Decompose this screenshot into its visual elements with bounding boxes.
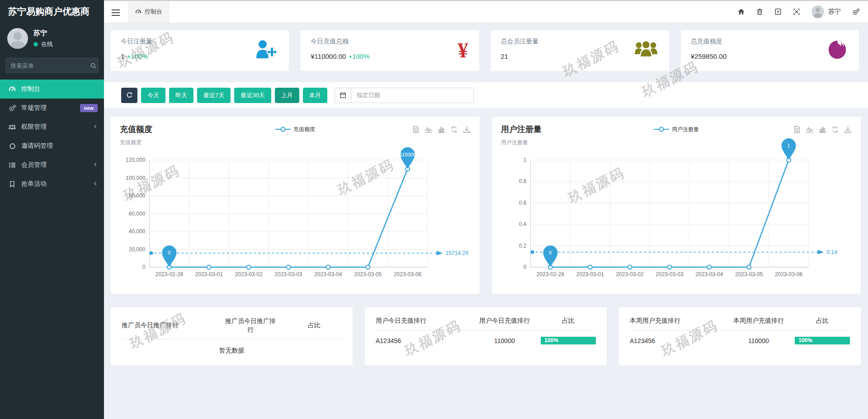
search-icon[interactable] <box>90 62 97 69</box>
sidebar-item-invite-codes[interactable]: 邀请码管理 <box>0 137 104 155</box>
column-header: 用户今日充值排行 <box>376 311 468 330</box>
online-dot-icon <box>33 42 38 47</box>
dashboard-icon <box>135 9 142 15</box>
legend-item[interactable]: 用户注册量 <box>654 126 699 133</box>
topbar-username: 苏宁 <box>828 8 841 16</box>
table-row: A123456 110000 100% <box>630 330 850 347</box>
svg-text:0: 0 <box>142 264 146 270</box>
y-axis-name: 充值额度 <box>120 139 471 146</box>
stat-card-registrations-today: 今日注册量 1+100% <box>111 30 289 71</box>
filter-yesterday-button[interactable]: 昨天 <box>169 88 193 103</box>
sidebar-item-permissions[interactable]: 权限管理 <box>0 118 104 137</box>
line-chart-icon[interactable] <box>425 126 433 133</box>
users-group-icon <box>634 40 658 61</box>
svg-text:2023-03-05: 2023-03-05 <box>735 271 763 278</box>
bar-chart-icon[interactable] <box>438 126 445 133</box>
refresh-icon[interactable] <box>831 126 839 133</box>
sidebar-user-panel: 苏宁 在线 <box>0 23 104 55</box>
svg-text:0: 0 <box>549 250 552 255</box>
svg-text:A: A <box>777 9 779 14</box>
stat-value: ¥110000.00 <box>311 52 346 60</box>
sidebar-menu: 控制台 常规管理 new 权限管理 邀请码管理 <box>0 80 104 193</box>
sidebar-item-general[interactable]: 常规管理 new <box>0 99 104 118</box>
brand-title: 苏宁易购商户优惠商 <box>0 0 104 23</box>
registrations-line-chart[interactable]: 00.20.40.60.812023-02-282023-03-012023-0… <box>501 147 852 283</box>
svg-text:0.4: 0.4 <box>519 221 527 227</box>
row-percent: 100% <box>541 330 596 347</box>
row-value: 110000 <box>468 330 541 347</box>
bookmark-icon <box>8 181 16 188</box>
download-icon[interactable] <box>463 126 471 133</box>
circle-icon <box>8 143 16 150</box>
refresh-button[interactable] <box>121 88 137 103</box>
svg-text:20,000: 20,000 <box>129 246 146 253</box>
svg-text:2023-03-06: 2023-03-06 <box>394 271 422 278</box>
sidebar-item-label: 邀请码管理 <box>21 142 53 150</box>
filter-this-month-button[interactable]: 本月 <box>303 88 327 103</box>
sidebar-item-dashboard[interactable]: 控制台 <box>0 80 104 99</box>
stat-label: 今日充值总额 <box>311 38 469 46</box>
tab-dashboard[interactable]: 控制台 <box>128 1 170 23</box>
svg-text:0.2: 0.2 <box>519 243 527 249</box>
line-chart-icon[interactable] <box>806 126 814 133</box>
fullscreen-icon[interactable] <box>793 8 800 15</box>
column-header: 占比 <box>541 311 596 330</box>
svg-text:15714.29: 15714.29 <box>446 250 468 256</box>
svg-text:60,000: 60,000 <box>129 211 146 217</box>
svg-text:2023-03-05: 2023-03-05 <box>354 271 382 278</box>
trash-icon[interactable] <box>756 8 763 15</box>
stat-value: ¥259850.00 <box>691 52 726 60</box>
download-icon[interactable] <box>844 126 852 133</box>
filter-band: 今天 昨天 最近7天 最近30天 上月 本月 <box>104 82 868 108</box>
filter-today-button[interactable]: 今天 <box>141 88 165 103</box>
stat-card-total-members: 总会员注册量 21 <box>491 30 669 71</box>
sidebar: 苏宁易购商户优惠商 苏宁 在线 控制台 常规管理 new <box>0 0 104 419</box>
stat-value: 1 <box>121 52 124 60</box>
new-badge: new <box>80 104 98 112</box>
svg-text:110000: 110000 <box>400 152 416 157</box>
date-range-input[interactable] <box>351 88 474 103</box>
legend-item[interactable]: 充值额度 <box>275 126 315 133</box>
y-axis-name: 用户注册量 <box>501 139 852 146</box>
promoter-ranking-card: 推广员今日推广排行 推广员今日推广排行 占比 暂无数据 <box>111 307 353 365</box>
column-header: 用户今日充值排行 <box>468 311 541 330</box>
home-icon[interactable] <box>737 8 745 15</box>
topbar-user-menu[interactable]: 苏宁 <box>811 5 841 18</box>
svg-text:2023-03-03: 2023-03-03 <box>274 271 302 278</box>
filter-7days-button[interactable]: 最近7天 <box>197 88 231 103</box>
svg-text:2023-03-01: 2023-03-01 <box>195 271 223 278</box>
avatar <box>7 28 28 49</box>
language-icon[interactable]: A <box>774 8 782 15</box>
settings-gears-icon[interactable] <box>852 8 860 16</box>
user-name: 苏宁 <box>33 29 53 38</box>
svg-text:1: 1 <box>524 157 527 163</box>
data-view-icon[interactable] <box>412 126 420 133</box>
chevron-left-icon <box>93 180 98 188</box>
svg-text:2023-03-02: 2023-03-02 <box>235 271 263 278</box>
sidebar-item-label: 抢单活动 <box>21 180 47 188</box>
svg-text:2023-03-02: 2023-03-02 <box>616 271 644 278</box>
refresh-icon[interactable] <box>450 126 458 133</box>
stat-card-total-recharge: 总充值额度 ¥259850.00 <box>681 30 859 71</box>
empty-row: 暂无数据 <box>122 339 342 362</box>
data-view-icon[interactable] <box>793 126 801 133</box>
column-header: 推广员今日推广排行 <box>214 311 287 339</box>
svg-text:2023-03-04: 2023-03-04 <box>314 271 342 278</box>
sidebar-item-members[interactable]: 会员管理 <box>0 155 104 174</box>
chart-title: 用户注册量 <box>501 124 542 135</box>
filter-30days-button[interactable]: 最近30天 <box>234 88 271 103</box>
bar-chart-icon[interactable] <box>819 126 826 133</box>
svg-text:2023-03-04: 2023-03-04 <box>695 271 723 278</box>
row-percent: 100% <box>795 330 850 347</box>
recharge-line-chart[interactable]: 020,00040,00060,00080,000100,000120,0002… <box>120 147 471 283</box>
gears-icon <box>8 104 16 112</box>
filter-last-month-button[interactable]: 上月 <box>275 88 299 103</box>
progress-bar: 100% <box>795 337 850 344</box>
tab-label: 控制台 <box>145 8 162 16</box>
hamburger-menu-icon[interactable] <box>112 8 121 18</box>
sidebar-item-grab-orders[interactable]: 抢单活动 <box>0 174 104 193</box>
chevron-left-icon <box>93 123 98 131</box>
legend-label: 用户注册量 <box>672 126 699 133</box>
search-input[interactable] <box>10 62 90 69</box>
topbar-actions: A 苏宁 <box>737 1 860 23</box>
